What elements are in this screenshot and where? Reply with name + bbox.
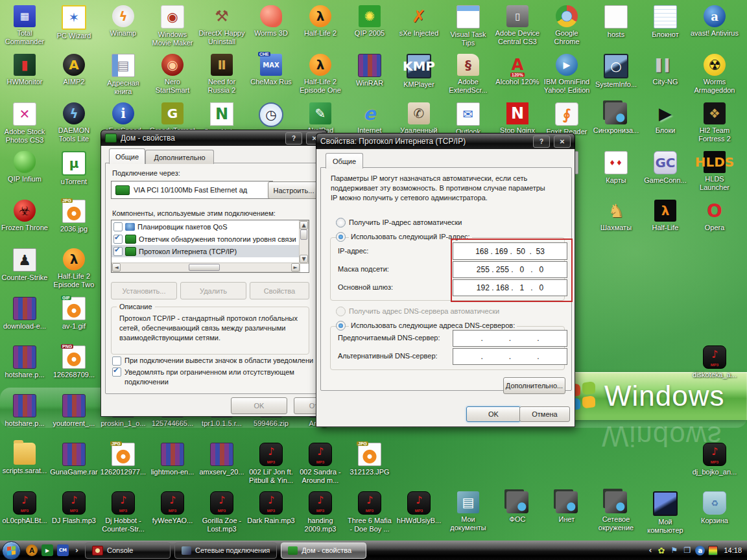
desktop-icon-002-lil-jon-ft-pitbull-yin[interactable]: MP3002 Lil' Jon ft. Pitbull & Yin... bbox=[247, 443, 295, 485]
tray-avast-icon[interactable] bbox=[695, 546, 705, 555]
desktop-icon-карты[interactable]: Карты bbox=[592, 151, 640, 185]
install-button[interactable]: Установить... bbox=[111, 282, 177, 299]
component-item-планировщик-пакетов-qos[interactable]: Планировщик пакетов QoS bbox=[112, 220, 300, 233]
desktop-icon-блокнот[interactable]: Блокнот bbox=[641, 5, 689, 39]
desktop-icon-half-life-2-episode-two[interactable]: Half-Life 2 Episode Two bbox=[50, 248, 98, 289]
desktop-icon-worms-3d[interactable]: Worms 3D bbox=[247, 5, 295, 38]
advanced-button[interactable]: Дополнительно... bbox=[503, 377, 565, 394]
desktop-icon-корзина[interactable]: Корзина bbox=[691, 491, 739, 525]
desktop-icon-hhwdusiyb[interactable]: MP3hHWdUsiyB... bbox=[395, 491, 443, 525]
dialog1-titlebar[interactable]: Дом - свойства ? ✕ bbox=[101, 130, 327, 146]
desktop-icon-half-life-2-episode-one[interactable]: Half-Life 2 Episode One bbox=[296, 54, 344, 95]
desktop-icon-amxserv-20[interactable]: amxserv_20... bbox=[198, 443, 246, 476]
desktop-icon-hl2-team-fortress-2[interactable]: Hl2 Team Fortress 2 bbox=[691, 102, 739, 143]
desktop-icon-scripts-sarat[interactable]: scripts.sarat... bbox=[1, 443, 49, 475]
desktop-icon-avast-antivirus[interactable]: avast! Antivirus bbox=[691, 5, 739, 38]
desktop-icon-126268709[interactable]: PNG126268709... bbox=[50, 345, 98, 379]
desktop-icon-city-ng[interactable]: City-NG bbox=[641, 54, 689, 86]
taskbar-button-console[interactable]: Console bbox=[85, 542, 171, 559]
tray-collapse-icon[interactable]: ‹ bbox=[649, 546, 652, 555]
desktop-icon-google-chrome[interactable]: Google Chrome bbox=[543, 5, 591, 46]
components-vscrollbar[interactable]: ▲ ▼ bbox=[299, 220, 309, 264]
desktop-icon-utorrent[interactable]: uTorrent bbox=[50, 151, 98, 186]
desktop-icon-three-6-mafia-doe-boy[interactable]: MP3Three 6 Mafia - Doe Boy ... bbox=[346, 491, 394, 533]
cancel-button[interactable]: Отмена bbox=[519, 406, 570, 422]
desktop-icon-outlook[interactable]: Outlook bbox=[444, 102, 492, 136]
desktop-icon-diskoteka-a[interactable]: MP3diskoteka_a... bbox=[691, 345, 739, 379]
desktop-icon-блоки[interactable]: Блоки bbox=[641, 102, 689, 135]
component-checkbox[interactable] bbox=[113, 222, 123, 231]
desktop-icon-002-sandra-around-m[interactable]: MP3002 Sandra - Around m... bbox=[296, 443, 344, 485]
desktop-icon-av-1-gif[interactable]: GIFav-1.gif bbox=[50, 297, 98, 331]
desktop-icon-lightmon-en[interactable]: lightmon-en... bbox=[148, 443, 196, 476]
limited-connectivity-checkbox[interactable] bbox=[112, 368, 121, 377]
desktop-icon-daemon-tools-lite[interactable]: DAEMON Tools Lite bbox=[50, 102, 98, 143]
desktop-icon-need-for-russia-2[interactable]: Need for Russia 2 bbox=[198, 54, 246, 95]
desktop-icon-download-e[interactable]: download-e... bbox=[1, 297, 49, 331]
components-hscrollbar[interactable]: ◄ ► bbox=[112, 262, 300, 272]
desktop-icon-hotshare-p[interactable]: hotshare.p... bbox=[1, 345, 49, 379]
desktop-icon-шахматы[interactable]: Шахматы bbox=[592, 200, 640, 232]
desktop-icon-1262012977[interactable]: JPG1262012977... bbox=[99, 443, 147, 476]
manual-dns-radio[interactable] bbox=[336, 321, 346, 331]
desktop-icon-dark-rain-mp3[interactable]: MP3Dark Rain.mp3 bbox=[247, 491, 295, 525]
desktop-icon-systeminfo[interactable]: SystemInfo... bbox=[592, 54, 640, 89]
desktop-icon-sxe-injected[interactable]: sXe Injected bbox=[395, 5, 443, 38]
desktop-icon-windows-movie-maker[interactable]: Windows Movie Maker bbox=[148, 5, 196, 47]
taskbar-clock[interactable]: 14:18 bbox=[724, 546, 742, 554]
properties-button[interactable]: Свойства bbox=[250, 282, 309, 299]
desktop-icon-hosts[interactable]: hosts bbox=[592, 5, 640, 39]
dialog2-titlebar[interactable]: Свойства: Протокол Интернета (TCP/IP) ? … bbox=[316, 133, 575, 149]
desktop-icon-ibm-omnifind-yahoo-edition[interactable]: IBM OmniFind Yahoo! Edition bbox=[543, 54, 591, 95]
desktop-icon-adobe-device-central-cs3[interactable]: Adobe Device Central CS3 bbox=[493, 5, 541, 46]
desktop-icon-counter-strike[interactable]: Counter-Strike bbox=[1, 248, 49, 282]
desktop-icon-gunagame-rar[interactable]: GunaGame.rar bbox=[50, 443, 98, 476]
components-listbox[interactable]: Планировщик пакетов QoSОтветчик обнаруже… bbox=[111, 220, 309, 273]
desktop-icon-chemax-rus[interactable]: CHECheMax Rus bbox=[247, 54, 295, 86]
desktop-icon-winrar[interactable]: WinRAR bbox=[346, 54, 394, 88]
ok-button[interactable]: OK bbox=[231, 397, 287, 414]
desktop-icon-stop-nginx[interactable]: Stop Nginx bbox=[493, 102, 541, 135]
desktop-icon-nero-startsmart[interactable]: Nero StartSmart bbox=[148, 54, 196, 95]
desktop-icon-gorilla-zoe-lost-mp3[interactable]: MP3Gorilla Zoe - Lost.mp3 bbox=[198, 491, 246, 533]
taskbar-button-дом-свойства[interactable]: Дом - свойства bbox=[281, 542, 366, 559]
desktop-icon-hlds-launcher[interactable]: HLDS Launcher bbox=[691, 151, 739, 192]
desktop-icon-frozen-throne[interactable]: Frozen Throne bbox=[1, 200, 49, 232]
desktop-icon-internet[interactable]: Internet bbox=[346, 102, 394, 135]
desktop-icon-adobe-extendscr[interactable]: Adobe ExtendScr... bbox=[444, 54, 492, 95]
desktop-icon-fyweeyao[interactable]: MP3fyWeeYAO... bbox=[148, 491, 196, 525]
desktop-icon-alcohol-120[interactable]: 120%Alcohol 120% bbox=[493, 54, 541, 86]
tray-dual-monitors-icon[interactable] bbox=[682, 546, 692, 555]
desktop-icon-visual-task-tips[interactable]: Visual Task Tips bbox=[444, 5, 492, 47]
close-icon[interactable]: ✕ bbox=[554, 135, 571, 148]
preferred-dns-field[interactable]: . . . bbox=[453, 330, 567, 347]
taskbar-button-сетевые-подключения[interactable]: Сетевые подключения bbox=[174, 542, 277, 559]
desktop-icon-dj-hobbot-counter-str[interactable]: MP3Dj Hobbot - Counter-Str... bbox=[99, 491, 147, 533]
desktop-icon-2036-jpg[interactable]: JPG2036.jpg bbox=[50, 200, 98, 233]
desktop-icon-qip-2005[interactable]: QIP 2005 bbox=[346, 5, 394, 38]
desktop-icon-hwmonitor[interactable]: HWMonitor bbox=[1, 54, 49, 86]
desktop-icon-total-commander[interactable]: Total Commander bbox=[1, 5, 49, 46]
alternate-dns-field[interactable]: . . . bbox=[453, 348, 567, 365]
desktop-icon-directx-happy-uninstall[interactable]: DirectX Happy Uninstall bbox=[198, 5, 246, 46]
desktop-icon-worms-armageddon[interactable]: Worms Armageddon bbox=[691, 54, 739, 95]
desktop-icon-half-life-2[interactable]: Half-Life 2 bbox=[296, 5, 344, 38]
desktop-icon-мой-компьютер[interactable]: Мой компьютер bbox=[641, 491, 689, 535]
tray-network-flag-icon[interactable] bbox=[669, 546, 679, 555]
desktop-icon-gameconn[interactable]: GameConn... bbox=[641, 151, 689, 185]
desktop-icon-dj-flash-mp3[interactable]: MP3DJ Flash.mp3 bbox=[50, 491, 98, 525]
desktop-icon-мои-документы[interactable]: Мои документы bbox=[444, 491, 492, 532]
desktop-icon-aimp2[interactable]: AIMP2 bbox=[50, 54, 98, 86]
configure-button[interactable]: Настроить... bbox=[268, 181, 320, 199]
quick-launch-expand-icon[interactable]: › bbox=[75, 546, 78, 555]
desktop-icon-инет[interactable]: Инет bbox=[543, 491, 591, 524]
help-button[interactable]: ? bbox=[533, 135, 550, 148]
component-checkbox[interactable] bbox=[113, 235, 123, 244]
auto-dns-radio[interactable] bbox=[336, 307, 346, 316]
desktop-icon-adobe-stock-photos-cs3[interactable]: Adobe Stock Photos CS3 bbox=[1, 102, 49, 145]
desktop-icon-dj-bojko-an[interactable]: MP3dj_bojko_an... bbox=[691, 443, 739, 476]
tray-traffic-meter-icon[interactable] bbox=[708, 546, 718, 555]
component-item-ответчик-обнаружения-топологии-уровня-связи[interactable]: Ответчик обнаружения топологии уровня св… bbox=[112, 233, 300, 245]
tab-advanced[interactable]: Дополнительно bbox=[145, 150, 214, 164]
tray-qip-icon[interactable] bbox=[656, 546, 666, 555]
